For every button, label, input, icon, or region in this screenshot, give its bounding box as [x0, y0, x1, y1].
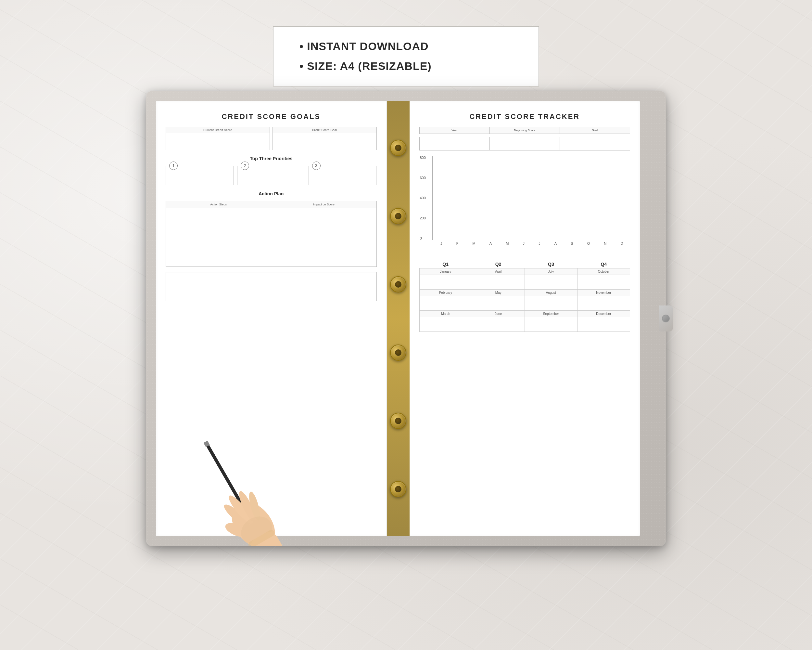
- june-input[interactable]: [472, 317, 525, 332]
- tracker-beginning-score-header: Beginning Score: [490, 127, 560, 133]
- tracker-goal-cell[interactable]: [560, 137, 630, 150]
- snap-circle: [662, 315, 670, 323]
- ring-3: [390, 276, 406, 292]
- month-may: May: [472, 289, 525, 310]
- page-left: CREDIT SCORE GOALS Current Credit Score …: [156, 101, 387, 536]
- x-label-f: F: [456, 242, 459, 245]
- october-input[interactable]: [577, 275, 630, 289]
- tracker-goal-header: Goal: [560, 127, 630, 133]
- grid-line-400: [433, 198, 630, 198]
- february-label: February: [420, 289, 472, 296]
- y-label-800: 800: [420, 156, 426, 159]
- page-right: CREDIT SCORE TRACKER Year Beginning Scor…: [409, 101, 640, 536]
- april-label: April: [472, 268, 525, 275]
- march-label: March: [420, 311, 472, 317]
- month-july: July: [525, 268, 577, 289]
- x-label-o: O: [587, 242, 590, 245]
- y-labels: 800 600 400 200 0: [420, 156, 426, 240]
- priorities-title: Top Three Priorities: [166, 156, 377, 161]
- impact-score-col[interactable]: [271, 208, 376, 266]
- credit-score-goal-label: Credit Score Goal: [273, 127, 377, 133]
- monthly-grid: January April July October: [419, 268, 630, 332]
- x-label-n: N: [604, 242, 606, 245]
- tracker-beginning-score-cell[interactable]: [490, 137, 560, 150]
- current-credit-score-field: Current Credit Score: [166, 127, 270, 150]
- credit-score-goal-field: Credit Score Goal: [273, 127, 377, 150]
- month-february: February: [420, 289, 472, 310]
- credit-score-goal-box[interactable]: [273, 133, 377, 150]
- action-steps-header: Action Steps: [166, 201, 271, 208]
- q2-header: Q2: [472, 262, 525, 267]
- action-plan-header: Action Steps Impact on Score: [166, 201, 377, 208]
- month-october: October: [577, 268, 630, 289]
- priority-item-3[interactable]: 3: [308, 166, 377, 185]
- april-input[interactable]: [472, 275, 525, 289]
- month-november: November: [577, 289, 630, 310]
- month-september: September: [525, 311, 577, 332]
- x-label-s: S: [571, 242, 573, 245]
- current-credit-score-label: Current Credit Score: [166, 127, 270, 133]
- priority-badge-3: 3: [312, 162, 321, 170]
- august-input[interactable]: [525, 296, 577, 310]
- info-item-2: SIZE: A4 (RESIZABLE): [299, 56, 513, 76]
- x-label-j3: J: [539, 242, 540, 245]
- grid-line-800: [433, 156, 630, 156]
- tracker-year-cell[interactable]: [420, 137, 490, 150]
- y-label-600: 600: [420, 176, 426, 180]
- y-label-0: 0: [420, 236, 426, 240]
- grid-line-600: [433, 177, 630, 177]
- august-label: August: [525, 289, 577, 296]
- september-input[interactable]: [525, 317, 577, 332]
- monthly-row-1: January April July October: [419, 268, 630, 289]
- monthly-row-2: February May August November: [419, 289, 630, 310]
- action-plan-title: Action Plan: [166, 191, 377, 196]
- priority-item-1[interactable]: 1: [166, 166, 234, 185]
- x-label-m1: M: [473, 242, 476, 245]
- month-january: January: [420, 268, 472, 289]
- january-label: January: [420, 268, 472, 275]
- november-input[interactable]: [577, 296, 630, 310]
- february-input[interactable]: [420, 296, 472, 310]
- ring-4: [390, 344, 406, 361]
- q4-header: Q4: [577, 262, 630, 267]
- priority-badge-2: 2: [241, 162, 249, 170]
- tracker-year-header: Year: [420, 127, 490, 133]
- quarterly-section: Q1 Q2 Q3 Q4 January April: [419, 262, 630, 332]
- monthly-row-3: March June September December: [419, 310, 630, 332]
- x-label-m2: M: [506, 242, 509, 245]
- x-label-a2: A: [554, 242, 557, 245]
- y-label-400: 400: [420, 196, 426, 200]
- info-box: INSTANT DOWNLOAD SIZE: A4 (RESIZABLE): [273, 26, 539, 86]
- december-label: December: [577, 311, 630, 317]
- grid-line-200: [433, 219, 630, 219]
- quarters-header: Q1 Q2 Q3 Q4: [419, 262, 630, 267]
- march-input[interactable]: [420, 317, 472, 332]
- december-input[interactable]: [577, 317, 630, 332]
- january-input[interactable]: [420, 275, 472, 289]
- pages-container: CREDIT SCORE GOALS Current Credit Score …: [156, 101, 640, 536]
- score-fields-row: Current Credit Score Credit Score Goal: [166, 127, 377, 150]
- month-april: April: [472, 268, 525, 289]
- left-page-title: CREDIT SCORE GOALS: [166, 112, 377, 121]
- may-input[interactable]: [472, 296, 525, 310]
- q3-header: Q3: [525, 262, 577, 267]
- action-steps-col[interactable]: [166, 208, 271, 266]
- tracker-data-row: [419, 137, 630, 150]
- month-august: August: [525, 289, 577, 310]
- current-credit-score-box[interactable]: [166, 133, 270, 150]
- chart-box: [432, 156, 630, 240]
- x-label-a1: A: [490, 242, 492, 245]
- june-label: June: [472, 311, 525, 317]
- tracker-header-table: Year Beginning Score Goal: [419, 127, 630, 134]
- impact-score-header: Impact on Score: [271, 201, 376, 208]
- july-label: July: [525, 268, 577, 275]
- priorities-row: 1 2 3: [166, 166, 377, 185]
- snap-tab: [659, 306, 673, 332]
- x-label-j2: J: [523, 242, 525, 245]
- ring-5: [390, 413, 406, 429]
- july-input[interactable]: [525, 275, 577, 289]
- ring-2: [390, 208, 406, 224]
- notes-area[interactable]: [166, 272, 377, 301]
- priority-item-2[interactable]: 2: [237, 166, 305, 185]
- month-june: June: [472, 311, 525, 332]
